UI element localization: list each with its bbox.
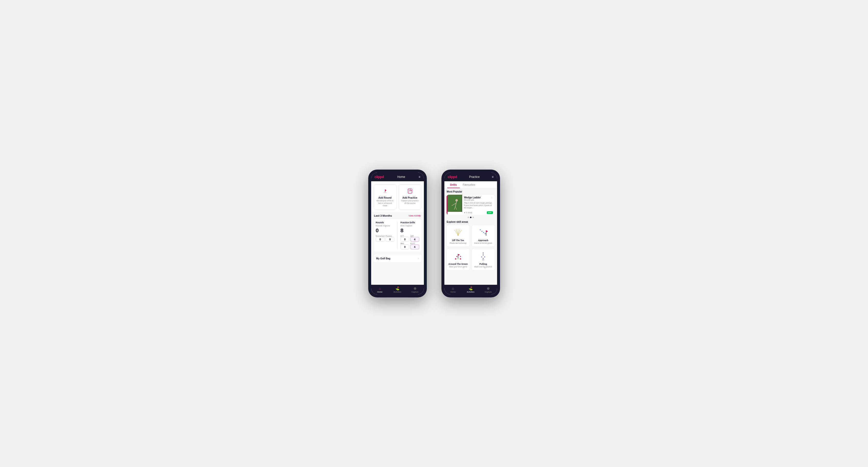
drill-desc: Play 1 shot at each target yardage. If y…	[464, 202, 493, 209]
golf-bag-label: My Golf Bag	[376, 257, 391, 260]
dot-3	[472, 217, 474, 218]
putt-item: PUTT 4	[410, 243, 419, 249]
home-nav-label: Home	[377, 291, 382, 293]
shots-icon: ●	[464, 212, 465, 214]
skill-off-the-tee[interactable]: Off The Tee Power and accuracy	[446, 225, 470, 247]
drills-title: Practice Drills	[400, 221, 419, 224]
practice-home-label: Home	[451, 291, 456, 293]
view-activity-link[interactable]: View Activity	[409, 215, 421, 217]
svg-point-22	[483, 232, 484, 233]
practice-activities-icon: ⛳	[468, 286, 473, 290]
add-round-desc: Record your shots in fast or enhanced mo…	[376, 199, 394, 207]
nav-activities[interactable]: ⛳ Activities	[389, 285, 406, 294]
rounds-sub-row: Tournament 0 Practice 0	[376, 235, 395, 242]
activities-nav-icon: ⛳	[395, 286, 400, 290]
svg-point-23	[485, 233, 486, 234]
stats-inner-row: Rounds Rounds Capture 0 Tournament 0 Pra…	[376, 221, 419, 249]
svg-line-14	[454, 230, 458, 235]
drills-col: Practice Drills Drills Capture 8 OTT 0 A…	[400, 221, 419, 249]
most-popular-title: Most Popular	[446, 190, 495, 193]
practice-header-title: Practice	[469, 175, 479, 179]
svg-point-36	[483, 254, 484, 255]
svg-point-19	[458, 235, 459, 236]
home-menu-icon[interactable]: ≡	[418, 175, 420, 179]
phone-home: clippd Home ≡ Add Round Record your	[368, 169, 427, 298]
tab-drills[interactable]: Drills	[447, 181, 460, 188]
add-practice-desc: Capture your practice off-the-course	[401, 199, 419, 205]
add-practice-card[interactable]: + Add Practice Capture your practice off…	[399, 184, 422, 210]
drill-subtitle: 50–100 yds	[464, 199, 493, 201]
phone-home-screen: clippd Home ≡ Add Round Record your	[371, 173, 424, 294]
activities-nav-label: Activities	[394, 291, 401, 293]
rounds-capture-value: 0	[376, 227, 395, 234]
svg-marker-25	[486, 230, 488, 232]
stats-card: Rounds Rounds Capture 0 Tournament 0 Pra…	[373, 219, 422, 252]
practice-logo: clippd	[448, 175, 457, 179]
practice-capture-icon: ⊕	[487, 286, 490, 290]
practice-nav-capture[interactable]: ⊕ Capture	[479, 285, 497, 294]
explore-title: Explore skill areas	[446, 221, 495, 223]
drill-badge: APP	[487, 211, 493, 214]
ott-value: 0	[400, 237, 409, 242]
last-3-months-title: Last 3 Months	[374, 214, 392, 217]
practice-nav-home[interactable]: ⌂ Home	[444, 285, 462, 294]
drill-card-wedge-ladder[interactable]: Wedge Ladder 50–100 yds Play 1 shot at e…	[446, 194, 495, 215]
svg-line-17	[458, 229, 460, 235]
dot-2	[470, 217, 471, 218]
practice-capture-label: Capture	[485, 291, 492, 293]
skill-approach[interactable]: Approach Dial-in to hit the green	[471, 225, 495, 247]
add-round-card[interactable]: Add Round Record your shots in fast or e…	[374, 184, 397, 210]
most-popular-section: Most Popular	[444, 188, 497, 221]
practice-nav-activities[interactable]: ⛳ Activities	[462, 285, 479, 294]
tab-favourites[interactable]: Favourites	[460, 181, 478, 188]
practice-home-icon: ⌂	[452, 286, 454, 290]
around-green-name: Around The Green	[448, 263, 468, 265]
svg-point-40	[482, 259, 485, 260]
skill-putting[interactable]: Putting Make and lag practice	[471, 248, 495, 271]
drill-info-wrap: Wedge Ladder 50–100 yds Play 1 shot at e…	[462, 195, 495, 215]
approach-icon	[478, 227, 489, 238]
nav-home[interactable]: ⌂ Home	[371, 285, 389, 294]
tournament-label: Tournament	[376, 235, 385, 237]
practice-label: Practice	[385, 235, 394, 237]
drills-sub-row-top: OTT 0 APP 4	[400, 235, 419, 242]
svg-rect-7	[448, 195, 461, 211]
phone-practice: clippd Practice ≡ Drills Favourites Most…	[441, 169, 500, 298]
drills-sub-row-2: ARG 0 PUTT 4	[400, 243, 419, 249]
putt-value: 4	[410, 245, 419, 249]
home-header-title: Home	[397, 175, 405, 179]
svg-point-0	[383, 192, 387, 193]
action-cards-section: Add Round Record your shots in fast or e…	[371, 181, 424, 212]
stats-divider	[397, 221, 398, 249]
skill-around-green[interactable]: Around The Green Hone your short game	[446, 248, 470, 271]
practice-header: clippd Practice ≡	[444, 173, 497, 181]
practice-bottom-nav: ⌂ Home ⛳ Activities ⊕ Capture	[444, 285, 497, 294]
drill-image	[447, 195, 462, 212]
around-green-icon	[453, 251, 463, 262]
svg-point-26	[486, 235, 487, 236]
svg-point-37	[481, 256, 482, 257]
drills-capture-value: 8	[400, 227, 419, 234]
rounds-title: Rounds	[376, 221, 395, 224]
app-item: APP 4	[410, 235, 419, 242]
off-the-tee-icon	[453, 227, 463, 238]
svg-point-39	[484, 256, 485, 257]
home-content: Add Round Record your shots in fast or e…	[371, 181, 424, 285]
tournament-value: 0	[376, 237, 385, 242]
ott-label: OTT	[400, 235, 409, 237]
capture-nav-label: Capture	[411, 291, 418, 293]
home-header: clippd Home ≡	[371, 173, 424, 181]
golf-bag-row[interactable]: My Golf Bag ›	[373, 254, 422, 263]
nav-capture[interactable]: ⊕ Capture	[406, 285, 424, 294]
svg-line-18	[458, 230, 462, 235]
svg-text:+: +	[411, 189, 412, 191]
off-the-tee-desc: Power and accuracy	[450, 242, 466, 244]
practice-menu-icon[interactable]: ≡	[492, 175, 493, 179]
favourite-star-icon[interactable]: ☆	[491, 196, 493, 199]
practice-content: Most Popular	[444, 188, 497, 285]
drill-shots: ● 9 shots	[464, 212, 472, 214]
explore-skill-section: Explore skill areas	[444, 221, 497, 273]
add-practice-icon: +	[407, 187, 413, 195]
activity-section-header: Last 3 Months View Activity	[371, 212, 424, 219]
svg-point-28	[456, 256, 457, 257]
